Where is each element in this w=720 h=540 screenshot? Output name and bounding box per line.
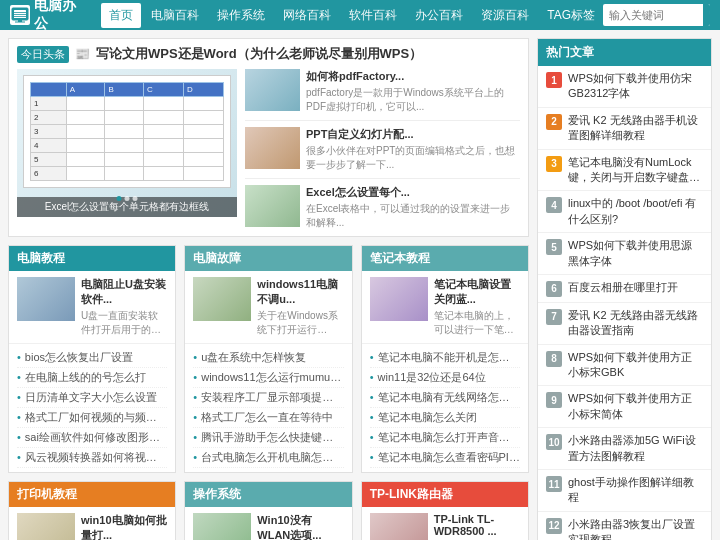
nav-resource[interactable]: 资源百科 [473,3,537,28]
notebook-article: 笔记本电脑设置关闭蓝... 笔记本电脑的上，可以进行一下笔记本电脑设置然后这样.… [362,271,528,344]
hot-title-7[interactable]: 爱讯 K2 无线路由器无线路由器设置指南 [568,308,703,339]
side-desc-3: 在Excel表格中，可以通过我的的设置来进一步和解释... [306,202,520,230]
list-item[interactable]: 台式电脑怎么开机电脑怎么办 [193,448,343,468]
hot-item-9: 9 WPS如何下载并使用方正小标宋简体 [538,386,711,428]
hot-title-10[interactable]: 小米路由器添加5G WiFi设置方法图解教程 [568,433,703,464]
list-item[interactable]: 格式工厂如何视频的与频标示 [17,408,167,428]
hot-rank-4: 4 [546,197,562,213]
hot-item-4: 4 linux中的 /boot /boot/efi 有什么区别? [538,191,711,233]
hot-item-12: 12 小米路由器3恢复出厂设置实现教程 [538,512,711,540]
hot-title-11[interactable]: ghost手动操作图解详细教程 [568,475,703,506]
list-item[interactable]: 腾讯手游助手怎么快捷键回来怎么办 [193,428,343,448]
list-item[interactable]: bios怎么恢复出厂设置 [17,348,167,368]
hot-title-12[interactable]: 小米路由器3恢复出厂设置实现教程 [568,517,703,540]
list-item[interactable]: win11是32位还是64位 [370,368,520,388]
side-desc-1: pdfFactory是一款用于Windows系统平台上的PDF虚拟打印机，它可以… [306,86,520,114]
hot-title-6[interactable]: 百度云相册在哪里打开 [568,280,678,295]
search-button[interactable]: 🔍 [703,4,710,26]
list-item[interactable]: 笔记本电脑不能开机是怎么回事 [370,348,520,368]
notebook-header: 笔记本教程 [362,246,528,271]
logo-icon [10,5,30,25]
notebook-thumb [370,277,428,321]
side-thumb-3 [245,185,300,227]
list-item[interactable]: 在电脑上线的的号怎么打 [17,368,167,388]
logo-text: 电脑办公 [34,0,81,33]
right-column: 热门文章 1 WPS如何下载并使用仿宋GB2312字体 2 爱讯 K2 无线路由… [537,38,712,540]
notebook-list: 笔记本电脑不能开机是怎么回事 win11是32位还是64位 笔记本电脑有无线网络… [362,344,528,472]
hot-title-5[interactable]: WPS如何下载并使用思源黑体字体 [568,238,703,269]
hot-articles: 热门文章 1 WPS如何下载并使用仿宋GB2312字体 2 爱讯 K2 无线路由… [537,38,712,540]
hot-rank-3: 3 [546,156,562,172]
side-thumb-1 [245,69,300,111]
headline-main: ABCD 1 2 3 4 5 6 Excel怎么设置每个单元格都有边框线 [17,69,520,230]
nav-office[interactable]: 办公百科 [407,3,471,28]
list-item[interactable]: 笔记本电脑怎么查看密码PIN码 [370,448,520,468]
sections-row-1: 电脑教程 电脑阻止U盘安装软件... U盘一直面安装软件打开后用于的文件修改工具… [8,245,529,473]
headline-title[interactable]: 写论文用WPS还是Word（为什么老师说尽量别用WPS） [96,45,422,63]
hot-title-1[interactable]: WPS如何下载并使用仿宋GB2312字体 [568,71,703,102]
search-input[interactable] [603,7,703,23]
hot-title-2[interactable]: 爱讯 K2 无线路由器手机设置图解详细教程 [568,113,703,144]
hot-title-8[interactable]: WPS如何下载并使用方正小标宋GBK [568,350,703,381]
pc-tutorial-article-info: 电脑阻止U盘安装软件... U盘一直面安装软件打开后用于的文件修改工具之... [81,277,167,337]
list-item[interactable]: 日历清单文字大小怎么设置 [17,388,167,408]
pc-tutorial-article-title[interactable]: 电脑阻止U盘安装软件... [81,277,167,307]
hot-rank-12: 12 [546,518,562,534]
side-desc-2: 很多小伙伴在对PPT的页面编辑格式之后，也想要一步步了解一下... [306,144,520,172]
side-info-1: 如何将pdfFactory... pdfFactory是一款用于Windows系… [306,69,520,114]
side-thumb-2 [245,127,300,169]
hot-item-2: 2 爱讯 K2 无线路由器手机设置图解详细教程 [538,108,711,150]
printer-article-title[interactable]: win10电脑如何批量打... [81,513,167,540]
pc-fault-article-title[interactable]: windows11电脑不调u... [257,277,343,307]
nav-network[interactable]: 网络百科 [275,3,339,28]
side-title-2[interactable]: PPT自定义幻灯片配... [306,127,520,142]
featured-big-thumb: ABCD 1 2 3 4 5 6 Excel怎么设置每个单元格都有边框线 [17,69,237,217]
hot-title-3[interactable]: 笔记本电脑没有NumLock键，关闭与开启数字键盘的三种方法 [568,155,703,186]
hot-item-8: 8 WPS如何下载并使用方正小标宋GBK [538,345,711,387]
pc-tutorial-article: 电脑阻止U盘安装软件... U盘一直面安装软件打开后用于的文件修改工具之... [9,271,175,344]
nav-software[interactable]: 软件百科 [341,3,405,28]
printer-thumb [17,513,75,540]
side-title-3[interactable]: Excel怎么设置每个... [306,185,520,200]
tplink-article-title[interactable]: TP-Link TL-WDR8500 ... [434,513,520,537]
nav-os[interactable]: 操作系统 [209,3,273,28]
dot-2 [125,196,130,201]
hot-title-9[interactable]: WPS如何下载并使用方正小标宋简体 [568,391,703,422]
list-item[interactable]: windows11怎么运行mumu模拟器怎么办 [193,368,343,388]
hot-item-1: 1 WPS如何下载并使用仿宋GB2312字体 [538,66,711,108]
excel-table: ABCD 1 2 3 4 5 6 [30,82,224,181]
pc-tutorial-list: bios怎么恢复出厂设置 在电脑上线的的号怎么打 日历清单文字大小怎么设置 格式… [9,344,175,472]
hot-title-4[interactable]: linux中的 /boot /boot/efi 有什么区别? [568,196,703,227]
pc-fault-header: 电脑故障 [185,246,351,271]
headline-section: 今日头条 📰 写论文用WPS还是Word（为什么老师说尽量别用WPS） ABCD… [8,38,529,237]
hot-rank-9: 9 [546,392,562,408]
side-title-1[interactable]: 如何将pdfFactory... [306,69,520,84]
hot-rank-6: 6 [546,281,562,297]
hot-rank-5: 5 [546,239,562,255]
nav-tag[interactable]: TAG标签 [539,3,603,28]
os-header: 操作系统 [185,482,351,507]
notebook-section: 笔记本教程 笔记本电脑设置关闭蓝... 笔记本电脑的上，可以进行一下笔记本电脑设… [361,245,529,473]
list-item[interactable]: 笔记本电脑怎么打开声音音量调功能 [370,428,520,448]
printer-article-info: win10电脑如何批量打... win7共享ip系统打印的对比次数对同台电脑自在… [81,513,167,540]
hot-item-11: 11 ghost手动操作图解详细教程 [538,470,711,512]
pc-tutorial-section: 电脑教程 电脑阻止U盘安装软件... U盘一直面安装软件打开后用于的文件修改工具… [8,245,176,473]
pc-tutorial-article-desc: U盘一直面安装软件打开后用于的文件修改工具之... [81,309,167,337]
list-item[interactable]: 安装程序工厂显示部项提示failed to expa... [193,388,343,408]
pc-fault-section: 电脑故障 windows11电脑不调u... 关于在Windows系统下打开运行… [184,245,352,473]
pc-fault-list: u盘在系统中怎样恢复 windows11怎么运行mumu模拟器怎么办 安装程序工… [185,344,351,472]
notebook-article-title[interactable]: 笔记本电脑设置关闭蓝... [434,277,520,307]
nav-pc[interactable]: 电脑百科 [143,3,207,28]
list-item[interactable]: 格式工厂怎么一直在等待中 [193,408,343,428]
list-item[interactable]: 风云视频转换器如何将视频格式转为avi... [17,448,167,468]
side-article-1: 如何将pdfFactory... pdfFactory是一款用于Windows系… [245,69,520,121]
os-article-title[interactable]: Win10没有WLAN选项... [257,513,343,540]
list-item[interactable]: 笔记本电脑怎么关闭 [370,408,520,428]
list-item[interactable]: sai绘画软件如何修改图形的圆形大小 [17,428,167,448]
notebook-article-desc: 笔记本电脑的上，可以进行一下笔记本电脑设置然后这样... [434,309,520,337]
list-item[interactable]: 笔记本电脑有无线网络怎么解决无 [370,388,520,408]
nav-home[interactable]: 首页 [101,3,141,28]
hot-rank-10: 10 [546,434,562,450]
notebook-article-info: 笔记本电脑设置关闭蓝... 笔记本电脑的上，可以进行一下笔记本电脑设置然后这样.… [434,277,520,337]
list-item[interactable]: u盘在系统中怎样恢复 [193,348,343,368]
